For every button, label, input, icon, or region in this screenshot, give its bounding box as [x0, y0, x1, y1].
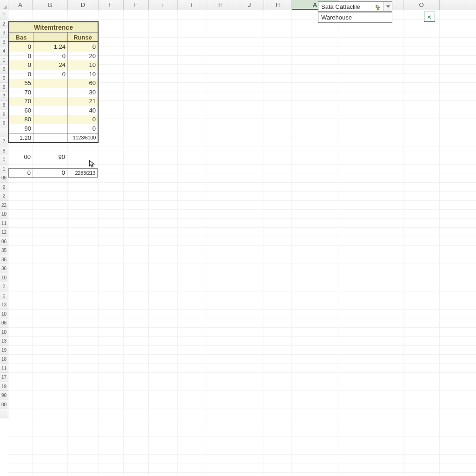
row-header[interactable]: 00 — [0, 400, 8, 410]
col-header-H2[interactable]: H — [264, 0, 292, 10]
row-header[interactable]: 12 — [0, 228, 8, 237]
row-header[interactable]: 17 — [0, 373, 8, 382]
cell-d[interactable]: 60 — [68, 79, 98, 88]
row-header[interactable]: 06 — [0, 173, 8, 183]
cell-b[interactable]: 0 — [33, 70, 68, 79]
cell-a[interactable]: 70 — [9, 88, 33, 97]
cell-b[interactable] — [33, 115, 68, 124]
row-header[interactable]: 3 — [0, 28, 8, 38]
row-header[interactable]: 8 — [0, 146, 8, 156]
col-header-O[interactable]: O — [403, 0, 440, 10]
row-header[interactable]: 6 — [0, 83, 8, 92]
cell-d[interactable]: 0 — [68, 124, 98, 133]
row-header[interactable]: 10 — [0, 210, 8, 219]
row-header[interactable] — [0, 128, 8, 138]
col-header-H[interactable]: H — [206, 0, 235, 10]
row-header[interactable]: 2 — [0, 183, 8, 192]
chevron-left-button[interactable]: < — [424, 12, 435, 22]
cell-d[interactable]: 21 — [68, 97, 98, 106]
cell-a[interactable]: 60 — [9, 106, 33, 115]
row-header[interactable]: 90 — [0, 391, 8, 400]
row-header[interactable] — [0, 409, 8, 418]
cell-a[interactable]: 0 — [9, 70, 33, 79]
row-header[interactable]: 13 — [0, 300, 8, 310]
cell-b[interactable]: 0 — [33, 52, 68, 61]
cell-a[interactable]: 70 — [9, 97, 33, 106]
total-b[interactable] — [33, 133, 68, 142]
cell-d[interactable]: 10 — [68, 70, 98, 79]
cell-d[interactable]: 0 — [68, 115, 98, 124]
col-header-F2[interactable]: F — [124, 0, 149, 10]
summary-d[interactable]: 2283/213 — [67, 169, 97, 177]
row-header[interactable]: 7 — [0, 92, 8, 101]
row-header[interactable]: 18 — [0, 355, 8, 364]
row-header[interactable]: 2 — [0, 192, 8, 201]
col-header-B[interactable]: B — [33, 0, 68, 10]
total-d[interactable]: 1123/6100 — [68, 133, 98, 142]
row-header[interactable]: 11 — [0, 219, 8, 228]
row-header[interactable]: 36 — [0, 255, 8, 264]
row-header[interactable]: 1 — [0, 165, 8, 174]
cell-d[interactable]: 20 — [68, 52, 98, 61]
row-header[interactable]: 19 — [0, 382, 8, 391]
row-header[interactable]: 10 — [0, 328, 8, 337]
cell-b[interactable] — [33, 106, 68, 115]
cell-d[interactable]: 40 — [68, 106, 98, 115]
col-header-D[interactable]: D — [68, 0, 99, 10]
dropdown-arrow-icon[interactable] — [383, 2, 392, 11]
select-all-corner[interactable] — [0, 0, 8, 10]
row-header[interactable]: 0 — [0, 155, 8, 165]
dropdown-warehouse[interactable]: Warehouse — [318, 13, 392, 23]
row-header[interactable]: 7 — [0, 137, 8, 146]
row-header[interactable]: 35 — [0, 246, 8, 255]
row-header[interactable]: 5 — [0, 74, 8, 83]
cell-a[interactable]: 55 — [9, 79, 33, 88]
row-header[interactable]: 1 — [0, 56, 8, 65]
cell-b[interactable]: 1.24 — [33, 42, 68, 52]
row-header[interactable]: 0 — [0, 291, 8, 301]
row-header[interactable]: 8 — [0, 101, 8, 110]
cell-b[interactable]: 24 — [33, 60, 68, 70]
cell-d[interactable]: 0 — [68, 42, 98, 52]
cell-a[interactable]: 0 — [9, 60, 33, 70]
row-header[interactable]: 2 — [0, 282, 8, 291]
row-header[interactable]: 8 — [0, 119, 8, 128]
cell-a[interactable]: 80 — [9, 115, 33, 124]
cell-a[interactable]: 90 — [9, 124, 33, 133]
col-header-T2[interactable]: T — [178, 0, 206, 10]
col-header-T[interactable]: T — [149, 0, 178, 10]
summary-a[interactable]: 0 — [9, 169, 33, 177]
cell-b[interactable] — [33, 124, 68, 133]
sheet-area[interactable]: Witemtrence Bas Runse 01.240002002410001… — [8, 10, 476, 418]
summary-b[interactable]: 0 — [33, 169, 67, 177]
row-header[interactable]: 13 — [0, 337, 8, 346]
row-header[interactable]: 36 — [0, 264, 8, 273]
row-header[interactable]: 4 — [0, 46, 8, 56]
col-header-A[interactable]: A — [8, 0, 33, 10]
row-header[interactable]: 19 — [0, 346, 8, 355]
cell-a[interactable]: 0 — [9, 42, 33, 52]
row-header[interactable]: 10 — [0, 310, 8, 319]
cell-d[interactable]: 30 — [68, 88, 98, 97]
cell-b[interactable] — [33, 88, 68, 97]
extra-b[interactable]: 90 — [33, 152, 67, 162]
row-header[interactable]: 2 — [0, 20, 8, 29]
row-header[interactable]: 11 — [0, 364, 8, 373]
extra-a[interactable]: 00 — [8, 152, 33, 162]
row-header[interactable]: 6 — [0, 110, 8, 119]
row-header[interactable]: 06 — [0, 318, 8, 328]
row-header[interactable]: 1 — [0, 10, 8, 20]
row-header[interactable]: 9 — [0, 65, 8, 74]
row-header[interactable]: 06 — [0, 237, 8, 246]
cell-b[interactable] — [33, 97, 68, 106]
cell-a[interactable]: 0 — [9, 52, 33, 61]
col-header-J[interactable]: J — [235, 0, 264, 10]
row-header[interactable]: 3 — [0, 38, 8, 47]
row-header[interactable]: 10 — [0, 273, 8, 283]
table-row: 02410 — [9, 60, 98, 70]
col-header-F[interactable]: F — [99, 0, 124, 10]
total-a[interactable]: 1.20 — [9, 133, 33, 142]
row-header[interactable]: 22 — [0, 201, 8, 210]
cell-d[interactable]: 10 — [68, 60, 98, 70]
cell-b[interactable] — [33, 79, 68, 88]
